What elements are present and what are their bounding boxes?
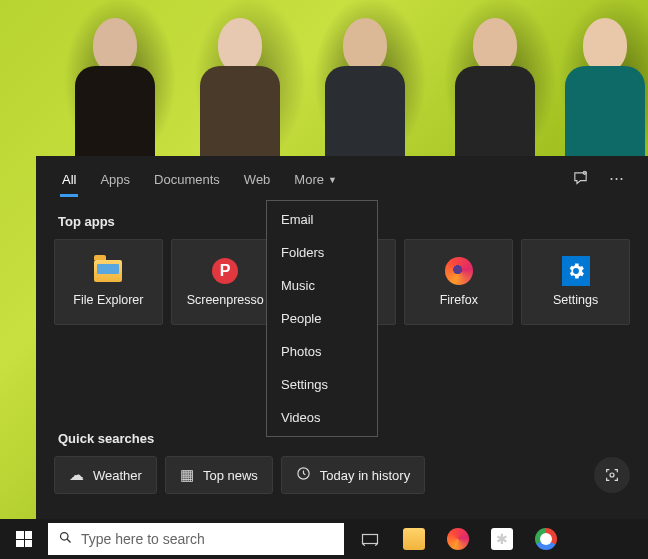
slack-icon: ✱ [491,528,513,550]
app-label: Firefox [440,293,478,307]
feedback-icon[interactable] [564,162,596,194]
chrome-icon [535,528,557,550]
more-menu-videos[interactable]: Videos [267,401,377,434]
chip-label: Today in history [320,468,410,483]
tab-apps[interactable]: Apps [90,160,140,197]
firefox-icon [447,528,469,550]
tab-all[interactable]: All [52,160,86,197]
more-menu-settings[interactable]: Settings [267,368,377,401]
more-menu-folders[interactable]: Folders [267,236,377,269]
quick-search-today-in-history[interactable]: Today in history [281,456,425,494]
quick-search-weather[interactable]: ☁ Weather [54,456,157,494]
quick-searches-row: ☁ Weather ▦ Top news Today in history [36,456,648,494]
app-tile-screenpresso[interactable]: P Screenpresso [171,239,280,325]
taskbar-app-firefox[interactable] [436,519,480,559]
chip-label: Top news [203,468,258,483]
app-label: File Explorer [73,293,143,307]
firefox-icon [445,257,473,285]
news-icon: ▦ [180,466,194,484]
app-label: Settings [553,293,598,307]
more-dropdown-menu: Email Folders Music People Photos Settin… [266,200,378,437]
taskbar-app-chrome[interactable] [524,519,568,559]
history-icon [296,466,311,484]
taskbar-search-box[interactable]: Type here to search [48,523,344,555]
more-menu-photos[interactable]: Photos [267,335,377,368]
tab-documents[interactable]: Documents [144,160,230,197]
search-icon [58,530,73,548]
search-filter-tabs: All Apps Documents Web More▼ ⋯ [36,156,648,200]
taskbar-app-file-explorer[interactable] [392,519,436,559]
file-explorer-icon [94,257,122,285]
screenpresso-icon: P [211,257,239,285]
file-explorer-icon [403,528,425,550]
app-tile-file-explorer[interactable]: File Explorer [54,239,163,325]
more-menu-email[interactable]: Email [267,203,377,236]
options-icon[interactable]: ⋯ [600,162,632,194]
svg-rect-4 [363,535,378,544]
more-menu-music[interactable]: Music [267,269,377,302]
screenshot-search-button[interactable] [594,457,630,493]
taskbar: Type here to search ✱ [0,519,648,559]
settings-icon [562,257,590,285]
tab-more[interactable]: More▼ [284,160,347,197]
windows-logo-icon [16,531,32,547]
tab-web[interactable]: Web [234,160,281,197]
chevron-down-icon: ▼ [328,175,337,185]
app-label: Screenpresso [187,293,264,307]
app-tile-firefox[interactable]: Firefox [404,239,513,325]
quick-search-top-news[interactable]: ▦ Top news [165,456,273,494]
taskbar-app-slack[interactable]: ✱ [480,519,524,559]
app-tile-settings[interactable]: Settings [521,239,630,325]
svg-point-3 [61,533,69,541]
chip-label: Weather [93,468,142,483]
search-placeholder: Type here to search [81,531,205,547]
svg-point-2 [610,473,614,477]
more-menu-people[interactable]: People [267,302,377,335]
task-view-button[interactable] [348,519,392,559]
weather-icon: ☁ [69,466,84,484]
start-button[interactable] [0,519,48,559]
